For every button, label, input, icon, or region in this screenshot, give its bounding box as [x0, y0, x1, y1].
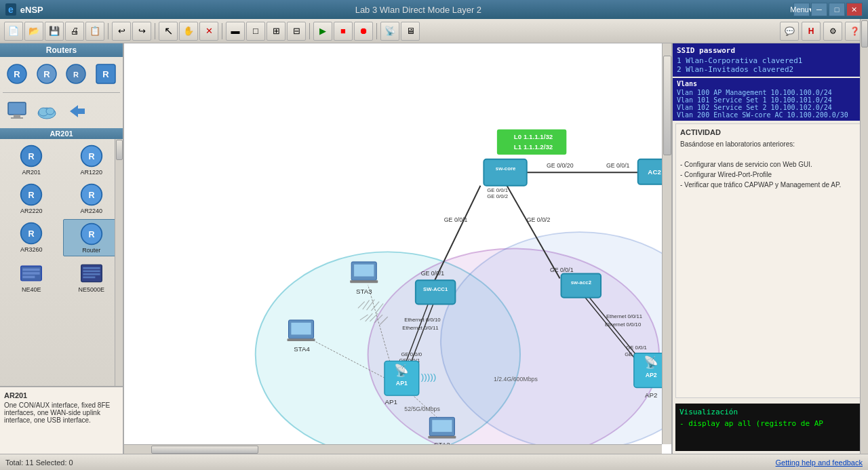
device-ne5000e[interactable]: NE5000E — [63, 259, 121, 295]
svg-text:STA4: STA4 — [294, 345, 310, 353]
svg-text:R: R — [28, 229, 35, 239]
device-wifi-router[interactable]: R — [62, 60, 91, 88]
status-total: Total: 11 Selected: 0 — [5, 458, 73, 467]
svg-text:R: R — [73, 71, 79, 79]
svg-text:R: R — [102, 69, 109, 79]
info-box: AR201 One CON/AUX interface, fixed 8FE i… — [0, 386, 123, 454]
device-ar1220[interactable]: R AR1220 — [63, 142, 121, 178]
device-ar3260[interactable]: R AR3260 — [3, 219, 60, 256]
ar1220-icon: R — [79, 144, 104, 168]
scroll-indicator[interactable] — [115, 139, 123, 386]
undo-button[interactable]: ↩ — [112, 22, 131, 41]
device-scroll-area[interactable]: R AR201 R AR1220 — [0, 139, 123, 386]
svg-text:AP2: AP2 — [645, 391, 657, 399]
network-diagram: L0 1.1.1.1/32 L1 1.1.1.2/32 GE 0/0/20 GE… — [124, 43, 671, 454]
svg-rect-107 — [428, 436, 456, 439]
vertical-thumb[interactable] — [663, 56, 671, 156]
ar2240-icon: R — [79, 182, 104, 207]
right-panel: SSID password 1 Wlan-Corporativa clavere… — [671, 43, 868, 454]
panel-sep-1 — [3, 92, 120, 93]
device-flag-router[interactable]: R — [92, 60, 120, 88]
device-pc[interactable] — [3, 97, 31, 125]
device-ar2220[interactable]: R AR2220 — [3, 180, 60, 216]
monitor-button[interactable]: 🖥 — [401, 22, 420, 41]
new-button[interactable]: 📄 — [4, 22, 23, 41]
svg-rect-8 — [8, 102, 26, 115]
stop-button[interactable]: ■ — [334, 22, 353, 41]
ne5000e-label: NE5000E — [78, 286, 104, 293]
svg-text:GE 0/0/2: GE 0/0/2 — [527, 216, 551, 223]
pan-button[interactable]: ✋ — [179, 22, 198, 41]
svg-text:R: R — [88, 230, 94, 239]
toolbar-sep-3 — [222, 23, 222, 39]
toolbar-sep-1 — [108, 23, 108, 39]
svg-rect-30 — [23, 276, 35, 279]
config-button[interactable]: 📡 — [380, 22, 399, 41]
ar1220-label: AR1220 — [80, 169, 102, 176]
link-button[interactable]: ⊟ — [287, 22, 306, 41]
device-cloud[interactable] — [33, 97, 61, 125]
flag-router-icon: R — [94, 62, 118, 86]
record-button[interactable]: ⏺ — [354, 22, 373, 41]
global-router-icon: R — [5, 62, 29, 86]
ar2240-label: AR2240 — [80, 208, 102, 214]
visualizacion-text: - display ap all (registro de AP — [679, 419, 861, 428]
start-button[interactable]: ▶ — [313, 22, 332, 41]
minimize-button[interactable]: ─ — [811, 3, 827, 16]
restore-button[interactable]: □ — [829, 3, 845, 16]
horizontal-scrollbar[interactable] — [124, 444, 662, 454]
horizontal-thumb[interactable] — [151, 446, 259, 454]
ne40e-label: NE40E — [22, 286, 41, 293]
delete-button[interactable]: ✕ — [199, 22, 218, 41]
right-panel-thumb[interactable] — [861, 43, 868, 47]
device-arrow[interactable] — [62, 97, 91, 125]
scroll-thumb[interactable] — [116, 140, 123, 160]
pc-icon — [5, 99, 29, 123]
menu-button[interactable]: Menu▾ — [793, 3, 810, 16]
device-ar2240[interactable]: R AR2240 — [63, 180, 121, 216]
device-cloud-router[interactable]: R — [33, 60, 61, 88]
right-panel-scrollbar[interactable] — [860, 43, 868, 454]
settings-button[interactable]: ⚙ — [823, 22, 842, 41]
save-button[interactable]: 💾 — [45, 22, 64, 41]
help-link[interactable]: Getting help and feedback — [776, 458, 863, 467]
ssid-box: SSID password 1 Wlan-Corporativa clavere… — [673, 43, 868, 77]
svg-text:L1 1.1.1.2/32: L1 1.1.1.2/32 — [514, 143, 553, 151]
svg-text:R: R — [88, 191, 94, 200]
copy-button[interactable]: 📋 — [85, 22, 104, 41]
svg-rect-106 — [432, 420, 452, 432]
vertical-scrollbar[interactable] — [662, 43, 671, 444]
svg-rect-10 — [11, 117, 23, 119]
device-router[interactable]: R Router — [63, 219, 121, 256]
actividad-text: Basándose en laboratorios anteriores: - … — [680, 139, 861, 190]
left-panel: Routers R R — [0, 43, 124, 454]
svg-rect-98 — [354, 265, 374, 277]
canvas-area[interactable]: L0 1.1.1.1/32 L1 1.1.1.2/32 GE 0/0/20 GE… — [124, 43, 671, 454]
huawei-button[interactable]: H — [802, 22, 821, 41]
square-button[interactable]: □ — [246, 22, 265, 41]
device-ar201[interactable]: R AR201 — [3, 142, 60, 178]
svg-rect-34 — [83, 273, 100, 275]
vlan-row-1: Vlan 100 AP Management 10.100.100.0/24 — [677, 89, 864, 96]
chat-button[interactable]: 💬 — [780, 22, 799, 41]
device-ne40e[interactable]: NE40E — [3, 259, 60, 295]
ne5000e-icon — [79, 261, 104, 286]
titlebar-left: e eNSP — [5, 3, 43, 16]
toolbar-sep-5 — [376, 23, 377, 39]
svg-text:R: R — [88, 152, 94, 161]
redo-button[interactable]: ↪ — [132, 22, 151, 41]
ssid-row-1: 1 Wlan-Corporativa clavered1 — [677, 56, 864, 65]
extra-device-grid — [0, 94, 123, 128]
rect-button[interactable]: ▬ — [226, 22, 245, 41]
svg-text:R: R — [14, 69, 20, 79]
device-global[interactable]: R — [3, 60, 31, 88]
print-button[interactable]: 🖨 — [65, 22, 84, 41]
statusbar: Total: 11 Selected: 0 Getting help and f… — [0, 454, 868, 470]
svg-text:SW-ACC1: SW-ACC1 — [423, 286, 448, 292]
svg-rect-29 — [23, 272, 40, 275]
add-device-button[interactable]: ⊞ — [267, 22, 285, 41]
open-button[interactable]: 📂 — [24, 22, 43, 41]
select-button[interactable]: ↖ — [159, 22, 178, 41]
close-button[interactable]: ✕ — [846, 3, 863, 16]
ssid-row-2: 2 Wlan-Invitados clavered2 — [677, 65, 864, 74]
